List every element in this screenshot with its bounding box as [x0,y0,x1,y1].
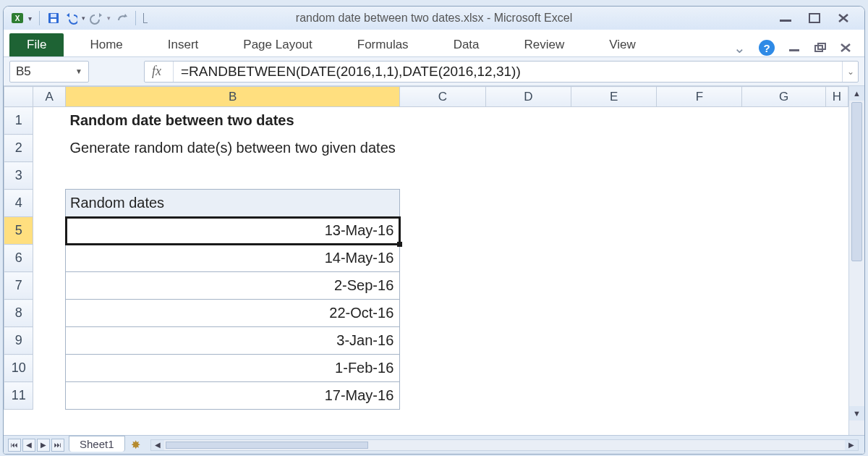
customize-qat-icon[interactable] [143,13,148,23]
row-header-1[interactable]: 1 [4,107,33,135]
cell-D1[interactable] [485,107,571,135]
row-header-8[interactable]: 8 [4,300,33,327]
minimize-icon[interactable] [778,12,793,24]
cell-A1[interactable] [33,107,66,135]
cell-H4[interactable] [825,190,848,217]
cell-B1[interactable]: Random date between two dates [66,107,400,135]
hscroll-right-icon[interactable]: ▶ [845,440,858,450]
ribbon-min-icon[interactable]: ⌄ [733,39,746,56]
cell-H1[interactable] [825,107,848,135]
cell-C8[interactable] [400,300,485,327]
col-header-D[interactable]: D [485,87,571,107]
cell-H11[interactable] [825,382,848,410]
hscroll-thumb[interactable] [166,442,368,449]
close-icon[interactable] [837,12,850,24]
row-header-11[interactable]: 11 [4,382,33,410]
tab-page-layout[interactable]: Page Layout [230,33,325,56]
cell-A6[interactable] [33,245,66,272]
cell-H2[interactable] [825,135,848,162]
cell-A5[interactable] [33,217,66,245]
cell-E3[interactable] [571,162,657,190]
cell-H3[interactable] [825,162,848,190]
cell-F9[interactable] [657,327,742,355]
cell-A7[interactable] [33,272,66,300]
tab-data[interactable]: Data [441,33,493,56]
cell-A8[interactable] [33,300,66,327]
cell-G11[interactable] [742,382,825,410]
cell-B7[interactable]: 2-Sep-16 [66,272,400,300]
cell-G2[interactable] [742,135,825,162]
scroll-down-icon[interactable]: ▼ [849,406,864,421]
cell-C3[interactable] [400,162,485,190]
cell-C10[interactable] [400,355,485,382]
cell-E4[interactable] [571,190,657,217]
cell-E8[interactable] [571,300,657,327]
undo-dropdown-icon[interactable]: ▾ [82,14,85,22]
row-header-9[interactable]: 9 [4,327,33,355]
select-all-corner[interactable] [4,87,33,107]
cell-B11[interactable]: 17-May-16 [66,382,400,410]
tab-insert[interactable]: Insert [155,33,212,56]
cell-F11[interactable] [657,382,742,410]
sheet-next-icon[interactable]: ▶ [37,439,50,452]
scroll-thumb[interactable] [851,102,862,261]
name-box[interactable]: B5 ▼ [9,61,89,83]
cell-H7[interactable] [825,272,848,300]
redo-icon[interactable] [90,12,103,25]
cell-G5[interactable] [742,217,825,245]
cell-D7[interactable] [485,272,571,300]
col-header-F[interactable]: F [657,87,742,107]
cell-G7[interactable] [742,272,825,300]
col-header-E[interactable]: E [571,87,657,107]
hscroll-left-icon[interactable]: ◀ [151,440,164,450]
row-header-10[interactable]: 10 [4,355,33,382]
cell-E6[interactable] [571,245,657,272]
file-tab[interactable]: File [9,33,64,56]
cell-E10[interactable] [571,355,657,382]
cell-D3[interactable] [485,162,571,190]
vertical-scrollbar[interactable]: ▲ ▼ [848,86,864,435]
cell-B3[interactable] [66,162,400,190]
row-header-3[interactable]: 3 [4,162,33,190]
cell-C5[interactable] [400,217,485,245]
cell-G6[interactable] [742,245,825,272]
sheet-prev-icon[interactable]: ◀ [22,439,35,452]
cell-B9[interactable]: 3-Jan-16 [66,327,400,355]
cell-H9[interactable] [825,327,848,355]
cell-C4[interactable] [400,190,485,217]
row-header-4[interactable]: 4 [4,190,33,217]
cell-D9[interactable] [485,327,571,355]
sheet-first-icon[interactable]: ⏮ [8,439,21,452]
scroll-up-icon[interactable]: ▲ [849,86,864,101]
undo-icon[interactable] [64,12,77,25]
cell-A3[interactable] [33,162,66,190]
col-header-A[interactable]: A [33,87,66,107]
col-header-C[interactable]: C [400,87,485,107]
name-box-dropdown-icon[interactable]: ▼ [75,67,82,75]
cell-H10[interactable] [825,355,848,382]
cell-D11[interactable] [485,382,571,410]
cell-F7[interactable] [657,272,742,300]
cell-B4[interactable]: Random dates [66,190,400,217]
cell-B10[interactable]: 1-Feb-16 [66,355,400,382]
cell-C7[interactable] [400,272,485,300]
cell-G10[interactable] [742,355,825,382]
row-header-2[interactable]: 2 [4,135,33,162]
doc-close-icon[interactable] [840,43,851,53]
tab-formulas[interactable]: Formulas [344,33,422,56]
cell-F3[interactable] [657,162,742,190]
col-header-B[interactable]: B [66,87,400,107]
cell-H6[interactable] [825,245,848,272]
tab-home[interactable]: Home [77,33,135,56]
col-header-G[interactable]: G [742,87,825,107]
cell-B6[interactable]: 14-May-16 [66,245,400,272]
row-header-5[interactable]: 5 [4,217,33,245]
cell-D8[interactable] [485,300,571,327]
tab-view[interactable]: View [596,33,649,56]
cell-F1[interactable] [657,107,742,135]
cell-F6[interactable] [657,245,742,272]
sheet-tab[interactable]: Sheet1 [69,436,125,452]
redo2-icon[interactable] [115,12,128,25]
cell-A10[interactable] [33,355,66,382]
cell-D5[interactable] [485,217,571,245]
